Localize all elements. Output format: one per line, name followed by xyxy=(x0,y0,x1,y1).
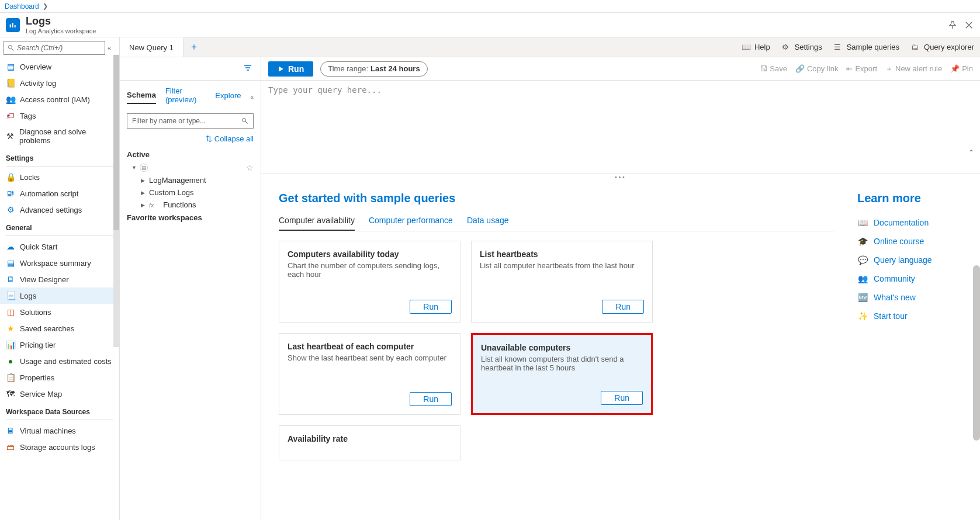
splitter-handle[interactable]: ••• xyxy=(261,174,980,181)
query-tab[interactable]: New Query 1 xyxy=(120,37,183,57)
export-button[interactable]: ⇤Export xyxy=(846,64,877,73)
svg-point-3 xyxy=(9,46,12,49)
nav-view-designer[interactable]: 🖥View Designer xyxy=(0,271,119,287)
help-button[interactable]: 📖Help xyxy=(736,37,776,57)
explorer-icon: 🗂 xyxy=(911,43,920,52)
card-desc: Chart the number of computers sending lo… xyxy=(288,261,452,300)
play-icon xyxy=(278,65,285,72)
fx-icon: fx xyxy=(149,202,154,209)
card-run-button[interactable]: Run xyxy=(410,392,452,406)
close-icon[interactable] xyxy=(964,20,974,30)
schema-node-customlogs[interactable]: ▶Custom Logs xyxy=(120,186,261,199)
collapse-all-link[interactable]: ⇅ Collapse all xyxy=(120,134,261,148)
chevron-right-icon: ❯ xyxy=(43,2,48,10)
tab-computer-performance[interactable]: Computer performance xyxy=(369,211,453,231)
sample-queries-button[interactable]: ☰Sample queries xyxy=(828,37,905,57)
nav-section-general: General xyxy=(0,218,119,234)
query-explorer-button[interactable]: 🗂Query explorer xyxy=(905,37,980,57)
add-query-tab[interactable]: ＋ xyxy=(183,37,205,57)
breadcrumb-root[interactable]: Dashboard xyxy=(5,2,39,11)
servicemap-icon: 🗺 xyxy=(6,389,15,398)
pin-button[interactable]: 📌Pin xyxy=(950,64,973,73)
card-run-button[interactable]: Run xyxy=(410,300,452,314)
whatsnew-icon: 🆕 xyxy=(857,293,868,302)
nav-virtual-machines[interactable]: 🖥Virtual machines xyxy=(0,422,119,439)
nav-overview[interactable]: ▤Overview xyxy=(0,58,119,75)
collapse-schema-icon[interactable]: « xyxy=(250,94,254,100)
list-icon: ☰ xyxy=(834,43,843,52)
search-input[interactable]: Search (Ctrl+/) xyxy=(4,41,105,55)
filter-toggle-icon[interactable] xyxy=(243,63,254,74)
schema-workspace-node[interactable]: ▼ ▤ ☆ xyxy=(120,161,261,174)
schema-node-logmanagement[interactable]: ▶LogManagement xyxy=(120,174,261,186)
settings-button[interactable]: ⚙Settings xyxy=(776,37,828,57)
schema-tab-schema[interactable]: Schema xyxy=(127,91,156,104)
learn-more-heading: Learn more xyxy=(857,192,962,205)
content-pane: New Query 1 ＋ 📖Help ⚙Settings ☰Sample qu… xyxy=(120,37,980,520)
nav-activity-log[interactable]: 📒Activity log xyxy=(0,75,119,91)
tab-computer-availability[interactable]: Computer availability xyxy=(279,211,355,231)
tab-data-usage[interactable]: Data usage xyxy=(467,211,509,231)
content-scrollbar[interactable] xyxy=(973,265,980,441)
nav-advanced-settings[interactable]: ⚙Advanced settings xyxy=(0,202,119,218)
chevron-right-icon: ▶ xyxy=(141,202,146,208)
collapse-nav-icon[interactable]: « xyxy=(108,44,116,51)
copy-link-button[interactable]: 🔗Copy link xyxy=(795,64,838,73)
query-area: Run Time range: Last 24 hours 🖫Save 🔗Cop… xyxy=(261,57,980,520)
sample-card-last-heartbeat: Last heartbeat of each computer Show the… xyxy=(279,333,460,415)
diagnose-icon: ⚒ xyxy=(6,131,15,141)
schema-node-functions[interactable]: ▶fx Functions xyxy=(120,199,261,211)
expand-editor-icon[interactable]: ⌃ xyxy=(968,148,974,157)
nav-automation-script[interactable]: 🖳Automation script xyxy=(0,185,119,202)
nav-logs[interactable]: 📃Logs xyxy=(0,287,119,304)
locks-icon: 🔒 xyxy=(6,172,15,182)
new-alert-rule-button[interactable]: ＋New alert rule xyxy=(885,64,942,74)
learn-online-course[interactable]: 🎓Online course xyxy=(857,232,962,251)
card-run-button[interactable]: Run xyxy=(601,391,643,405)
star-icon[interactable]: ☆ xyxy=(246,163,254,172)
svg-point-4 xyxy=(243,119,246,122)
nav-locks[interactable]: 🔒Locks xyxy=(0,169,119,185)
vm-icon: 🖥 xyxy=(6,426,15,435)
sample-card-computers-availability: Computers availability today Chart the n… xyxy=(279,241,460,323)
sample-card-list-heartbeats: List heartbeats List all computer heartb… xyxy=(471,241,653,323)
query-editor[interactable]: Type your query here... xyxy=(261,81,980,174)
pin-icon: 📌 xyxy=(950,64,960,73)
samples-heading: Get started with sample queries xyxy=(279,192,834,205)
learn-more-panel: Learn more 📖Documentation 🎓Online course… xyxy=(846,192,962,509)
nav-storage-accounts-logs[interactable]: 🗃Storage accounts logs xyxy=(0,439,119,455)
tour-icon: ✨ xyxy=(857,311,868,321)
card-title: List heartbeats xyxy=(480,249,644,259)
schema-filter-input[interactable]: Filter by name or type... xyxy=(127,113,254,129)
nav-solutions[interactable]: ◫Solutions xyxy=(0,304,119,320)
time-range-picker[interactable]: Time range: Last 24 hours xyxy=(320,61,427,77)
nav-scrollbar[interactable] xyxy=(113,55,119,347)
pin-header-icon[interactable] xyxy=(947,20,958,30)
nav-diagnose[interactable]: ⚒Diagnose and solve problems xyxy=(0,124,119,148)
schema-tab-explore[interactable]: Explore xyxy=(215,91,241,103)
workspace-logo-icon xyxy=(6,18,20,32)
nav-saved-searches[interactable]: ★Saved searches xyxy=(0,320,119,337)
sample-card-unavailable-computers: Unavailable computers List all known com… xyxy=(471,333,653,415)
learn-documentation[interactable]: 📖Documentation xyxy=(857,213,962,232)
nav-quick-start[interactable]: ☁Quick Start xyxy=(0,238,119,255)
nav-usage-costs[interactable]: ●Usage and estimated costs xyxy=(0,353,119,369)
learn-start-tour[interactable]: ✨Start tour xyxy=(857,307,962,325)
learn-whats-new[interactable]: 🆕What's new xyxy=(857,288,962,307)
card-desc: List all computer heartbeats from the la… xyxy=(480,261,644,300)
learn-community[interactable]: 👥Community xyxy=(857,269,962,288)
nav-properties[interactable]: 📋Properties xyxy=(0,369,119,386)
save-button[interactable]: 🖫Save xyxy=(760,64,787,73)
quickstart-icon: ☁ xyxy=(6,242,15,251)
nav-service-map[interactable]: 🗺Service Map xyxy=(0,386,119,402)
doc-icon: 📖 xyxy=(857,218,868,227)
nav-pricing-tier[interactable]: 📊Pricing tier xyxy=(0,337,119,353)
schema-tab-filter[interactable]: Filter (preview) xyxy=(165,86,206,108)
nav-access-control[interactable]: 👥Access control (IAM) xyxy=(0,91,119,108)
card-run-button[interactable]: Run xyxy=(602,300,644,314)
run-button[interactable]: Run xyxy=(268,61,313,77)
nav-tags[interactable]: 🏷Tags xyxy=(0,108,119,124)
workspace-icon: ▤ xyxy=(140,164,148,172)
learn-query-language[interactable]: 💬Query language xyxy=(857,251,962,269)
nav-workspace-summary[interactable]: ▤Workspace summary xyxy=(0,255,119,271)
